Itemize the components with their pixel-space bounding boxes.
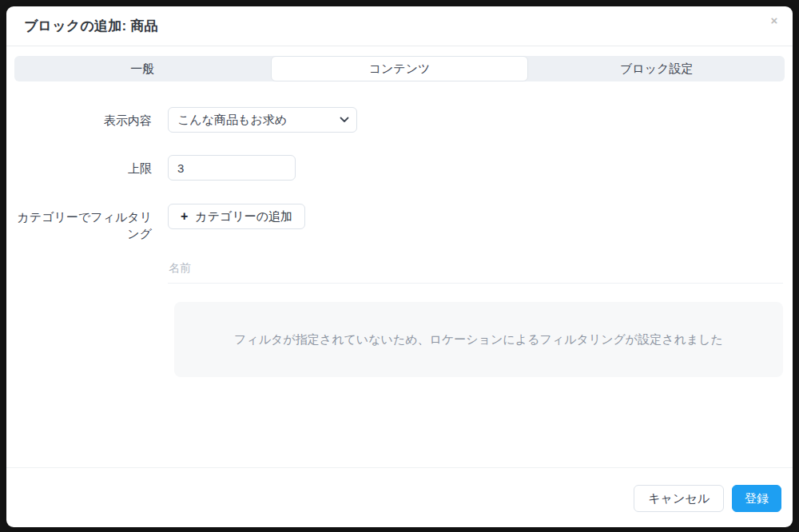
empty-filter-notice: フィルタが指定されていないため、ロケーションによるフィルタリングが設定されました [174,302,783,377]
category-filter-row: カテゴリーでフィルタリング + カテゴリーの追加 [16,204,783,242]
dialog-title: ブロックの追加: 商品 [24,17,158,35]
limit-label: 上限 [16,155,152,177]
plus-icon: + [181,209,188,224]
submit-button[interactable]: 登録 [732,485,781,512]
dialog-body: 表示内容 こんな商品もお求め 上限 カテゴリーでフィルタリング + カテゴリーの… [6,107,793,377]
dialog-header: ブロックの追加: 商品 × [6,6,793,46]
close-icon[interactable]: × [765,11,783,29]
limit-row: 上限 [16,155,783,181]
tab-block-settings[interactable]: ブロック設定 [528,56,785,81]
category-table-name-header: 名前 [168,261,783,284]
dialog-footer: キャンセル 登録 [6,467,793,527]
tab-bar: 一般 コンテンツ ブロック設定 [14,56,785,81]
add-category-button[interactable]: + カテゴリーの追加 [168,204,305,229]
category-filter-label: カテゴリーでフィルタリング [16,204,152,242]
tab-general[interactable]: 一般 [14,56,271,81]
add-block-dialog: ブロックの追加: 商品 × 一般 コンテンツ ブロック設定 表示内容 こんな商品… [6,6,793,527]
display-content-label: 表示内容 [16,107,152,129]
category-table: 名前 [168,261,783,284]
display-content-select[interactable]: こんな商品もお求め [168,107,357,133]
display-content-row: 表示内容 こんな商品もお求め [16,107,783,133]
limit-input[interactable] [168,155,296,181]
tab-content[interactable]: コンテンツ [271,56,529,81]
chevron-down-icon [340,117,349,123]
display-content-selected-value: こんな商品もお求め [177,113,287,128]
empty-filter-notice-text: フィルタが指定されていないため、ロケーションによるフィルタリングが設定されました [234,332,723,347]
add-category-button-label: カテゴリーの追加 [195,209,292,224]
cancel-button[interactable]: キャンセル [634,485,724,512]
